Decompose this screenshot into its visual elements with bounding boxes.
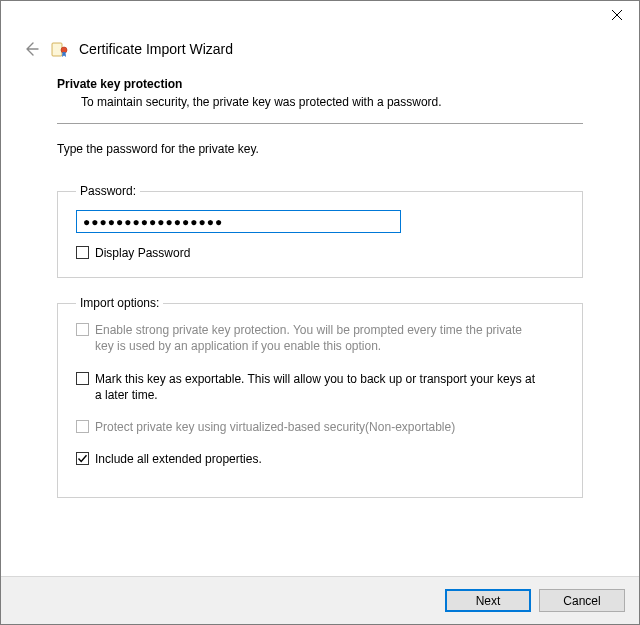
section-description: To maintain security, the private key wa… — [57, 95, 583, 109]
opt-vbs-row: Protect private key using virtualized-ba… — [76, 419, 564, 435]
wizard-window: Certificate Import Wizard Private key pr… — [0, 0, 640, 625]
opt-exportable-label: Mark this key as exportable. This will a… — [95, 371, 535, 403]
display-password-row[interactable]: Display Password — [76, 245, 564, 261]
opt-strong-row: Enable strong private key protection. Yo… — [76, 322, 564, 354]
next-button[interactable]: Next — [445, 589, 531, 612]
opt-strong-checkbox — [76, 323, 89, 336]
svg-rect-2 — [52, 43, 62, 56]
opt-strong-label: Enable strong private key protection. Yo… — [95, 322, 535, 354]
back-button[interactable] — [21, 39, 41, 59]
opt-vbs-label: Protect private key using virtualized-ba… — [95, 419, 455, 435]
import-options-group: Import options: Enable strong private ke… — [57, 296, 583, 498]
close-icon — [612, 10, 622, 20]
opt-extended-label: Include all extended properties. — [95, 451, 262, 467]
wizard-title: Certificate Import Wizard — [79, 41, 233, 57]
opt-vbs-checkbox — [76, 420, 89, 433]
back-arrow-icon — [23, 41, 39, 57]
divider — [57, 123, 583, 124]
opt-exportable-checkbox[interactable] — [76, 372, 89, 385]
opt-extended-row[interactable]: Include all extended properties. — [76, 451, 564, 467]
password-input[interactable] — [76, 210, 401, 233]
display-password-label: Display Password — [95, 245, 190, 261]
cancel-button[interactable]: Cancel — [539, 589, 625, 612]
import-options-legend: Import options: — [76, 296, 163, 310]
footer: Next Cancel — [1, 576, 639, 624]
titlebar — [1, 1, 639, 31]
password-group: Password: Display Password — [57, 184, 583, 278]
section-heading: Private key protection — [57, 77, 583, 91]
password-legend: Password: — [76, 184, 140, 198]
certificate-icon — [51, 40, 69, 58]
opt-exportable-row[interactable]: Mark this key as exportable. This will a… — [76, 371, 564, 403]
wizard-header: Certificate Import Wizard — [1, 31, 639, 77]
checkmark-icon — [77, 453, 88, 464]
close-button[interactable] — [594, 1, 639, 29]
opt-extended-checkbox[interactable] — [76, 452, 89, 465]
display-password-checkbox[interactable] — [76, 246, 89, 259]
content-area: Private key protection To maintain secur… — [1, 77, 639, 576]
instruction-text: Type the password for the private key. — [57, 142, 583, 156]
